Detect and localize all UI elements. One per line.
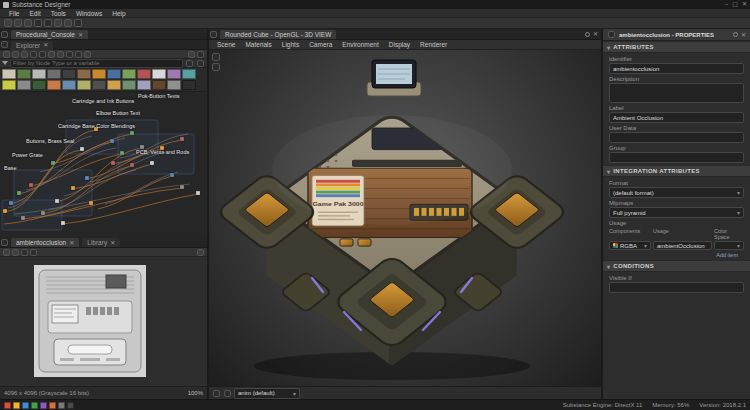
graph-pin-icon[interactable] <box>48 51 55 58</box>
channels-icon[interactable] <box>12 249 19 256</box>
menu-environment[interactable]: Environment <box>337 41 384 48</box>
userdata-field[interactable] <box>609 132 744 143</box>
components-dropdown[interactable]: RGBA <box>609 241 651 250</box>
node-thumbnail[interactable] <box>122 69 136 79</box>
wireframe-icon[interactable] <box>212 63 220 71</box>
pin-icon[interactable] <box>733 32 738 37</box>
graph-comment-icon[interactable] <box>39 51 46 58</box>
node-thumbnail[interactable] <box>47 69 61 79</box>
view3d-viewport[interactable]: Game Pak 3000 POWER <box>209 50 601 386</box>
save-icon[interactable] <box>24 19 32 27</box>
redo-icon[interactable] <box>44 19 52 27</box>
graph-link-icon[interactable] <box>66 51 73 58</box>
section-conditions[interactable]: CONDITIONS <box>603 260 750 272</box>
menu-display[interactable]: Display <box>384 41 415 48</box>
status-plugin-icon[interactable] <box>49 402 56 409</box>
format-dropdown[interactable]: (default format) <box>609 187 744 198</box>
status-plugin-icon[interactable] <box>58 402 65 409</box>
label-field[interactable]: Ambient Occlusion <box>609 112 744 123</box>
status-plugin-icon[interactable] <box>31 402 38 409</box>
status-plugin-icon[interactable] <box>40 402 47 409</box>
open-icon[interactable] <box>14 19 22 27</box>
tab-procedural-console[interactable]: Procedural_Console <box>11 30 88 39</box>
node-thumbnail[interactable] <box>167 80 181 90</box>
menu-materials[interactable]: Materials <box>240 41 276 48</box>
menu-camera[interactable]: Camera <box>304 41 337 48</box>
view2d-options-icon[interactable] <box>197 249 204 256</box>
status-plugin-icon[interactable] <box>13 402 20 409</box>
menu-windows[interactable]: Windows <box>71 9 107 18</box>
undo-icon[interactable] <box>34 19 42 27</box>
status-plugin-icon[interactable] <box>4 402 11 409</box>
close-tab-icon[interactable] <box>43 42 48 48</box>
node-thumbnail[interactable] <box>2 69 16 79</box>
identifier-field[interactable]: ambientocclusion <box>609 63 744 74</box>
graph-view-icon[interactable] <box>84 51 91 58</box>
usage-field[interactable]: ambientOcclusion <box>653 241 712 250</box>
mipmaps-dropdown[interactable]: Full pyramid <box>609 207 744 218</box>
graph-layout-icon[interactable] <box>197 51 204 58</box>
menu-tools[interactable]: Tools <box>46 9 71 18</box>
list-view-icon[interactable] <box>197 60 204 67</box>
add-item-link[interactable]: Add item <box>609 250 744 258</box>
node-thumbnail[interactable] <box>122 80 136 90</box>
new-substance-icon[interactable] <box>4 19 12 27</box>
graph-frame-icon[interactable] <box>30 51 37 58</box>
group-field[interactable] <box>609 152 744 163</box>
settings-icon[interactable] <box>74 19 82 27</box>
node-thumbnail[interactable] <box>32 80 46 90</box>
maximize-icon[interactable] <box>732 0 738 9</box>
minimize-icon[interactable] <box>725 0 728 9</box>
timeline-icon[interactable] <box>224 390 231 397</box>
view2d-canvas[interactable] <box>0 257 207 386</box>
tab-explorer[interactable]: Explorer <box>11 41 53 50</box>
node-thumbnail[interactable] <box>47 80 61 90</box>
pin-icon[interactable] <box>585 32 590 37</box>
state-selector-dropdown[interactable]: anim (default) <box>234 388 300 399</box>
menu-edit[interactable]: Edit <box>24 9 45 18</box>
node-thumbnail[interactable] <box>107 69 121 79</box>
node-thumbnail[interactable] <box>107 80 121 90</box>
graph-tools-icon[interactable] <box>3 51 10 58</box>
grid-view-icon[interactable] <box>186 60 193 67</box>
node-graph-canvas[interactable]: Cartridge and Ink Buttons Pok-Button Tex… <box>0 92 207 237</box>
node-thumbnail[interactable] <box>32 69 46 79</box>
node-thumbnail[interactable] <box>62 80 76 90</box>
background-icon[interactable] <box>30 249 37 256</box>
colorspace-dropdown[interactable] <box>714 241 744 250</box>
menu-help[interactable]: Help <box>107 9 130 18</box>
node-thumbnail[interactable] <box>137 69 151 79</box>
menu-renderer[interactable]: Renderer <box>415 41 452 48</box>
description-field[interactable] <box>609 83 744 103</box>
graph-options-icon[interactable] <box>188 51 195 58</box>
node-thumbnail[interactable] <box>182 80 196 90</box>
status-plugin-icon[interactable] <box>22 402 29 409</box>
close-tab-icon[interactable] <box>593 31 598 37</box>
node-thumbnail[interactable] <box>152 80 166 90</box>
graph-move-icon[interactable] <box>12 51 19 58</box>
tab-library[interactable]: Library <box>82 238 120 247</box>
graph-snap-icon[interactable] <box>57 51 64 58</box>
play-icon[interactable] <box>213 390 220 397</box>
close-tab-icon[interactable] <box>78 32 83 38</box>
node-thumbnail[interactable] <box>137 80 151 90</box>
fit-view-icon[interactable] <box>3 249 10 256</box>
tab-3d-view[interactable]: Rounded Cube - OpenGL - 3D VIEW <box>220 30 336 39</box>
menu-lights[interactable]: Lights <box>277 41 304 48</box>
tiling-icon[interactable] <box>21 249 28 256</box>
menu-file[interactable]: File <box>4 9 24 18</box>
export-icon[interactable] <box>64 19 72 27</box>
status-plugin-icon[interactable] <box>67 402 74 409</box>
node-thumbnail[interactable] <box>92 80 106 90</box>
node-thumbnail[interactable] <box>182 69 196 79</box>
node-filter-input[interactable] <box>10 59 183 68</box>
node-thumbnail[interactable] <box>2 80 16 90</box>
zoom-level[interactable]: 100% <box>188 390 203 396</box>
section-attributes[interactable]: ATTRIBUTES <box>603 41 750 53</box>
camera-reset-icon[interactable] <box>212 53 220 61</box>
node-thumbnail[interactable] <box>77 80 91 90</box>
close-tab-icon[interactable] <box>110 240 115 246</box>
graph-zoom-icon[interactable] <box>21 51 28 58</box>
node-thumbnail[interactable] <box>167 69 181 79</box>
node-thumbnail[interactable] <box>17 80 31 90</box>
